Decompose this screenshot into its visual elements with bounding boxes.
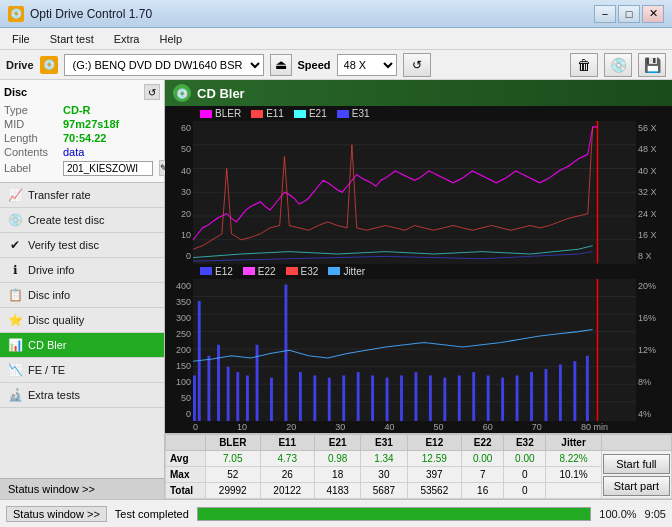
sidebar-item-cd-bler[interactable]: 📊 CD Bler bbox=[0, 333, 164, 358]
col-header-empty bbox=[166, 435, 206, 451]
total-bler: 29992 bbox=[206, 483, 261, 499]
sidebar-item-transfer-rate[interactable]: 📈 Transfer rate bbox=[0, 183, 164, 208]
e21-color bbox=[294, 110, 306, 118]
yr-40x: 40 X bbox=[638, 166, 657, 176]
sidebar-item-fe-te[interactable]: 📉 FE / TE bbox=[0, 358, 164, 383]
maximize-button[interactable]: □ bbox=[618, 5, 640, 23]
svg-rect-30 bbox=[386, 377, 389, 421]
sidebar-item-label-create-test-disc: Create test disc bbox=[28, 214, 104, 226]
disc-refresh-button[interactable]: ↺ bbox=[144, 84, 160, 100]
menu-file[interactable]: File bbox=[4, 31, 38, 47]
status-text: Test completed bbox=[115, 508, 189, 520]
y-label-50: 50 bbox=[181, 144, 191, 154]
max-e12: 397 bbox=[407, 467, 462, 483]
drivebar: Drive 💿 (G:) BENQ DVD DD DW1640 BSRB ⏏ S… bbox=[0, 50, 672, 80]
sidebar-item-create-test-disc[interactable]: 💿 Create test disc bbox=[0, 208, 164, 233]
eraser-button[interactable]: 🗑 bbox=[570, 53, 598, 77]
svg-rect-37 bbox=[487, 375, 490, 421]
svg-rect-39 bbox=[516, 375, 519, 421]
bottom-y-axis-right: 20% 16% 12% 8% 4% bbox=[636, 279, 672, 422]
by-250: 250 bbox=[176, 329, 191, 339]
by-400: 400 bbox=[176, 281, 191, 291]
start-full-button[interactable]: Start full bbox=[603, 454, 670, 474]
avg-e22: 0.00 bbox=[462, 451, 504, 467]
label-input[interactable] bbox=[63, 161, 153, 176]
e11-color bbox=[251, 110, 263, 118]
minimize-button[interactable]: − bbox=[594, 5, 616, 23]
e31-color bbox=[337, 110, 349, 118]
col-header-e32: E32 bbox=[504, 435, 546, 451]
top-chart-canvas bbox=[193, 121, 636, 264]
max-e31: 30 bbox=[361, 467, 407, 483]
e12-color bbox=[200, 267, 212, 275]
total-jitter bbox=[546, 483, 601, 499]
total-e12: 53562 bbox=[407, 483, 462, 499]
avg-jitter: 8.22% bbox=[546, 451, 601, 467]
label-label: Label bbox=[4, 162, 59, 174]
x-label-40: 40 bbox=[384, 422, 394, 432]
sidebar-item-label-disc-info: Disc info bbox=[28, 289, 70, 301]
save-button[interactable]: 💾 bbox=[638, 53, 666, 77]
menu-help[interactable]: Help bbox=[151, 31, 190, 47]
sidebar-item-disc-quality[interactable]: ⭐ Disc quality bbox=[0, 308, 164, 333]
total-e11: 20122 bbox=[260, 483, 315, 499]
titlebar-controls: − □ ✕ bbox=[594, 5, 664, 23]
menu-extra[interactable]: Extra bbox=[106, 31, 148, 47]
mid-label: MID bbox=[4, 118, 59, 130]
legend-e22: E22 bbox=[243, 266, 276, 277]
svg-rect-17 bbox=[217, 344, 220, 421]
y-label-40: 40 bbox=[181, 166, 191, 176]
mid-value: 97m27s18f bbox=[63, 118, 119, 130]
by-50: 50 bbox=[181, 393, 191, 403]
byr-12: 12% bbox=[638, 345, 656, 355]
yr-24x: 24 X bbox=[638, 209, 657, 219]
close-button[interactable]: ✕ bbox=[642, 5, 664, 23]
max-jitter: 10.1% bbox=[546, 467, 601, 483]
content-area: 💿 CD Bler BLER E11 E21 E31 bbox=[165, 80, 672, 499]
byr-4: 4% bbox=[638, 409, 651, 419]
col-header-e21: E21 bbox=[315, 435, 361, 451]
svg-rect-16 bbox=[207, 355, 210, 421]
max-e11: 26 bbox=[260, 467, 315, 483]
titlebar: 💿 Opti Drive Control 1.70 − □ ✕ bbox=[0, 0, 672, 28]
x-label-80: 80 min bbox=[581, 422, 608, 432]
svg-rect-22 bbox=[270, 377, 273, 421]
sidebar-item-drive-info[interactable]: ℹ Drive info bbox=[0, 258, 164, 283]
svg-rect-42 bbox=[559, 364, 562, 421]
top-chart-svg bbox=[193, 121, 636, 264]
by-200: 200 bbox=[176, 345, 191, 355]
bottom-chart-svg bbox=[193, 279, 636, 422]
cd-eject-button[interactable]: 💿 bbox=[604, 53, 632, 77]
col-header-jitter: Jitter bbox=[546, 435, 601, 451]
app-title: Opti Drive Control 1.70 bbox=[30, 7, 152, 21]
row-label-total: Total bbox=[166, 483, 206, 499]
legend-e31: E31 bbox=[337, 108, 370, 119]
bler-label: BLER bbox=[215, 108, 241, 119]
drive-icon: 💿 bbox=[40, 56, 58, 74]
svg-rect-26 bbox=[328, 377, 331, 421]
row-label-avg: Avg bbox=[166, 451, 206, 467]
total-e32: 0 bbox=[504, 483, 546, 499]
menu-start-test[interactable]: Start test bbox=[42, 31, 102, 47]
start-part-button[interactable]: Start part bbox=[603, 476, 670, 496]
legend-e12: E12 bbox=[200, 266, 233, 277]
progress-bar-fill bbox=[198, 508, 590, 520]
drive-select[interactable]: (G:) BENQ DVD DD DW1640 BSRB bbox=[64, 54, 264, 76]
yr-56x: 56 X bbox=[638, 123, 657, 133]
sidebar-item-extra-tests[interactable]: 🔬 Extra tests bbox=[0, 383, 164, 408]
sidebar-item-label-cd-bler: CD Bler bbox=[28, 339, 67, 351]
by-350: 350 bbox=[176, 297, 191, 307]
fe-te-icon: 📉 bbox=[8, 363, 22, 377]
sidebar-item-label-verify-test-disc: Verify test disc bbox=[28, 239, 99, 251]
sidebar-item-verify-test-disc[interactable]: ✔ Verify test disc bbox=[0, 233, 164, 258]
speed-select[interactable]: 48 X bbox=[337, 54, 397, 76]
status-window-button[interactable]: Status window >> bbox=[6, 506, 107, 522]
disc-section: Disc ↺ Type CD-R MID 97m27s18f Length 70… bbox=[0, 80, 164, 183]
svg-rect-32 bbox=[415, 372, 418, 421]
length-label: Length bbox=[4, 132, 59, 144]
status-window-button[interactable]: Status window >> bbox=[0, 478, 164, 499]
sidebar-item-disc-info[interactable]: 📋 Disc info bbox=[0, 283, 164, 308]
max-e21: 18 bbox=[315, 467, 361, 483]
refresh-button[interactable]: ↺ bbox=[403, 53, 431, 77]
eject-button[interactable]: ⏏ bbox=[270, 54, 292, 76]
